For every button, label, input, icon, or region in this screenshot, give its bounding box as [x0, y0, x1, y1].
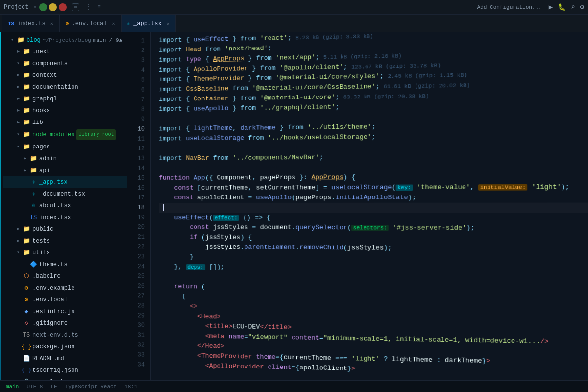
folder-open-icon: 📁 — [17, 36, 24, 44]
folder-label: graphql — [32, 94, 57, 104]
sidebar-item-graphql[interactable]: ▶ 📁 graphql — [3, 93, 127, 105]
file-label: next-env.d.ts — [32, 330, 78, 340]
search-icon[interactable]: ⌕ — [571, 3, 575, 11]
tab-label: _app.tsx — [133, 20, 162, 27]
folder-closed-icon: 📁 — [29, 155, 37, 163]
arrow-icon: ▶ — [17, 236, 23, 246]
status-bar: main UTF-8 LF TypeScript React 18:1 — [0, 380, 588, 392]
sidebar-item-app-tsx[interactable]: ⚛ _app.tsx — [3, 176, 127, 188]
sidebar-item-eslintrc[interactable]: ◆ .eslintrc.js — [3, 306, 127, 318]
sidebar-item-about-tsx[interactable]: ⚛ about.tsx — [3, 200, 127, 212]
file-label: about.tsx — [39, 201, 71, 211]
arrow-icon: ▶ — [17, 82, 23, 92]
tab-app-tsx[interactable]: ⚛ _app.tsx ✕ — [122, 15, 176, 32]
sidebar-item-utils[interactable]: ▾ 📁 utils — [3, 247, 127, 259]
tab-close-icon[interactable]: ✕ — [112, 21, 115, 26]
sidebar-item-context[interactable]: ▶ 📁 context — [3, 70, 127, 81]
tab-close-icon[interactable]: ✕ — [167, 21, 170, 26]
git-file-icon: ◇ — [23, 319, 30, 327]
file-label: tsconfig.json — [32, 366, 78, 375]
branch-info: main / 9▲ — [93, 35, 122, 45]
env-file-icon: ⚙ — [23, 296, 30, 304]
sidebar-item-gitignore[interactable]: ◇ .gitignore — [3, 318, 127, 329]
file-label: yarn.lock — [32, 377, 64, 380]
folder-closed-icon: 📁 — [23, 237, 30, 245]
tab-label: .env.local — [72, 20, 107, 27]
menu-icon: ≡ — [97, 4, 100, 11]
sidebar-item-pages[interactable]: ▾ 📁 pages — [3, 141, 127, 153]
sidebar-item-hooks[interactable]: ▶ 📁 hooks — [3, 105, 127, 117]
line-endings: LF — [50, 384, 57, 390]
sidebar-item-components[interactable]: ▾ 📁 components — [3, 58, 127, 70]
folder-open-icon: 📁 — [23, 249, 30, 257]
layout-icon[interactable]: ⊞ — [72, 3, 79, 11]
project-name: blog — [26, 35, 41, 45]
ide-container: Project ▾ ⊞ ⋮ ≡ Add Configuration... ▶ 🐛… — [0, 0, 588, 392]
settings-icon[interactable]: ⚙ — [580, 3, 584, 11]
sidebar-item-theme-ts[interactable]: 🔷 theme.ts — [3, 259, 127, 270]
minimize-icon[interactable] — [39, 3, 47, 11]
add-configuration-button[interactable]: Add Configuration... — [477, 4, 542, 10]
env-icon: ⚙ — [66, 20, 69, 26]
folder-closed-icon: 📁 — [23, 119, 30, 126]
file-type: TypeScript React — [65, 384, 117, 390]
sidebar-item-babelrc[interactable]: ⬡ .babelrc — [3, 270, 127, 282]
arrow-icon: ▾ — [17, 142, 23, 152]
file-label: .babelrc — [32, 271, 61, 281]
sidebar-item-tests[interactable]: ▶ 📁 tests — [3, 235, 127, 247]
code-editor[interactable]: 12345 6789 10 11121314 151617 18 1920212… — [127, 32, 588, 380]
code-line-17: const apolloClient = useApollo(pageProps… — [159, 192, 588, 203]
debug-icon[interactable]: 🐛 — [558, 3, 566, 11]
tab-env-local[interactable]: ⚙ .env.local ✕ — [60, 15, 122, 32]
folder-label: api — [39, 166, 50, 175]
main-content: ▾ 📁 blog ~/Projects/blog main / 9▲ ▶ 📁 .… — [0, 32, 588, 380]
code-content: 12345 6789 10 11121314 151617 18 1920212… — [127, 32, 588, 380]
arrow-icon: ▶ — [17, 94, 23, 104]
sidebar-item-document-tsx[interactable]: ⚛ _document.tsx — [3, 188, 127, 200]
code-line-20: const jssStyles = document.querySelector… — [159, 222, 588, 234]
folder-open-icon: 📁 — [23, 60, 30, 68]
folder-label: components — [32, 59, 68, 69]
arrow-icon: ▾ — [11, 35, 17, 45]
sidebar-item-readme[interactable]: 📄 README.md — [3, 353, 127, 365]
tab-label: index.ts — [17, 20, 46, 27]
folder-closed-icon: 📁 — [23, 72, 30, 79]
folder-closed-icon: 📁 — [29, 167, 37, 174]
run-icon[interactable]: ▶ — [549, 3, 553, 11]
tab-index-ts[interactable]: TS index.ts ✕ — [2, 15, 60, 32]
folder-closed-icon: 📁 — [23, 107, 30, 115]
arrow-icon: ▾ — [17, 130, 23, 140]
arrow-icon: ▶ — [17, 118, 23, 127]
sidebar-item-tsconfig[interactable]: { } tsconfig.json — [3, 365, 127, 376]
folder-label: hooks — [32, 106, 50, 116]
close-icon[interactable] — [59, 3, 67, 11]
sidebar-item-public[interactable]: ▶ 📁 public — [3, 223, 127, 235]
sidebar-item-package-json[interactable]: { } package.json — [3, 341, 127, 353]
sidebar-item-env-local[interactable]: ⚙ .env.local — [3, 294, 127, 306]
grid-icon: ⋮ — [85, 3, 92, 11]
sidebar-item-lib[interactable]: ▶ 📁 lib — [3, 117, 127, 128]
code-editor-content[interactable]: import { useEffect } from 'react'; 8.23 … — [151, 32, 588, 380]
sidebar-item-api[interactable]: ▶ 📁 api — [3, 165, 127, 176]
folder-label: lib — [32, 118, 43, 127]
maximize-icon[interactable] — [49, 3, 57, 11]
sidebar-item-env-example[interactable]: ⚙ .env.example — [3, 282, 127, 294]
json-file-icon: { } — [23, 367, 30, 374]
arrow-icon: ▶ — [17, 47, 23, 57]
ts-file-icon: TS — [23, 331, 30, 339]
sidebar-item-admin[interactable]: ▶ 📁 admin — [3, 153, 127, 165]
sidebar-item-next-env-dts[interactable]: TS next-env.d.ts — [3, 329, 127, 341]
file-label: .env.local — [32, 295, 68, 305]
sidebar-item-documentation[interactable]: ▶ 📁 documentation — [3, 81, 127, 93]
folder-closed-icon: 📁 — [23, 225, 30, 233]
sidebar-item-node-modules[interactable]: ▾ 📁 node_modules library root — [3, 128, 127, 141]
sidebar-item-project[interactable]: ▾ 📁 blog ~/Projects/blog main / 9▲ — [3, 34, 127, 46]
sidebar-item-yarn-lock[interactable]: 🔒 yarn.lock — [3, 376, 127, 380]
arrow-icon: ▶ — [24, 154, 29, 164]
tab-close-icon[interactable]: ✕ — [50, 21, 53, 26]
rc-file-icon: ⬡ — [23, 272, 30, 280]
tsx-file-icon: ⚛ — [29, 178, 37, 186]
sidebar-item-next[interactable]: ▶ 📁 .next — [3, 46, 127, 58]
title-bar: Project ▾ ⊞ ⋮ ≡ Add Configuration... ▶ 🐛… — [0, 0, 588, 15]
sidebar-item-index-tsx[interactable]: TS index.tsx — [3, 212, 127, 223]
